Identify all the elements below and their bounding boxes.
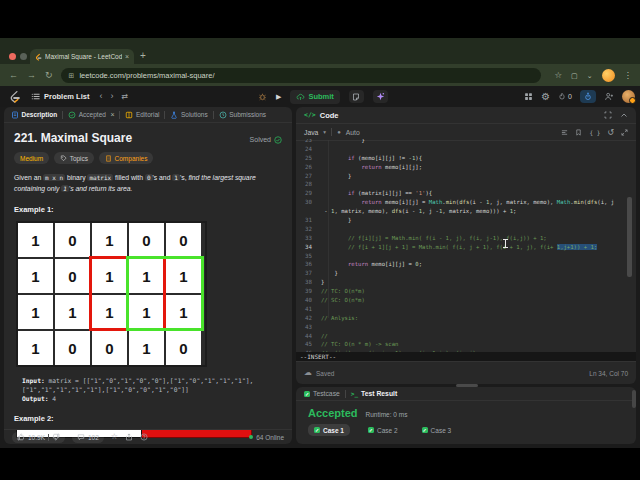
traffic-minimize-button[interactable]: [20, 53, 27, 60]
bookmark-icon[interactable]: [575, 129, 582, 136]
browser-profile-avatar[interactable]: [602, 69, 615, 82]
browser-menu-icon[interactable]: ⋮: [624, 71, 633, 80]
tab-accepted-close-icon[interactable]: ×: [110, 111, 114, 118]
language-select[interactable]: Java: [304, 129, 318, 136]
browser-tab[interactable]: Maximal Square - LeetCode ×: [30, 49, 134, 64]
case-3-check-icon: ✓: [422, 427, 428, 433]
tab-close-icon[interactable]: ×: [125, 53, 129, 60]
snippets-icon[interactable]: { }: [589, 129, 600, 136]
address-bar[interactable]: ⊞ leetcode.com/problems/maximal-square/: [61, 68, 541, 83]
code-line[interactable]: 38}: [296, 278, 624, 287]
new-tab-button[interactable]: +: [140, 51, 146, 61]
random-problem-icon[interactable]: ⇄: [121, 93, 128, 101]
code-line[interactable]: 25 if (memo[i][j] != -1){: [296, 154, 624, 163]
code-line[interactable]: 40// SC: O(n*m): [296, 296, 624, 305]
thumbs-down-icon[interactable]: [52, 433, 60, 441]
comments-button[interactable]: 102: [72, 432, 104, 443]
tab-description[interactable]: Description: [11, 111, 57, 119]
thumbs-up-icon[interactable]: [17, 433, 25, 441]
back-icon[interactable]: ←: [9, 71, 18, 80]
prev-problem-icon[interactable]: ‹: [99, 92, 102, 101]
code-line[interactable]: 36 return memo[i][j] = 0;: [296, 260, 624, 269]
like-count: 10.9K: [28, 434, 45, 441]
line-number: 29: [296, 189, 312, 198]
code-line[interactable]: 27 }: [296, 172, 624, 181]
inline-code: m x n: [43, 174, 65, 181]
invite-user-icon[interactable]: [604, 92, 614, 101]
run-icon[interactable]: ▶: [276, 93, 281, 100]
debug-icon[interactable]: [258, 92, 267, 101]
case-3-button[interactable]: ✓ Case 3: [416, 424, 458, 436]
cursor-position[interactable]: Ln 34, Col 70: [589, 370, 628, 377]
ai-assistant-button[interactable]: [373, 90, 388, 103]
code-line[interactable]: 39// TC: O(n*m): [296, 287, 624, 296]
code-line[interactable]: 30 return memo[i][j] = Math.min(dfs(i - …: [296, 198, 624, 207]
collapse-panel-icon[interactable]: [620, 112, 628, 118]
code-line[interactable]: 34 // f[i + 1][j + 1] = Math.min( f(i, j…: [296, 243, 624, 252]
traffic-close-button[interactable]: [9, 53, 16, 60]
tab-submissions[interactable]: Submissions: [219, 111, 266, 119]
code-line[interactable]: 32: [296, 225, 624, 234]
companies-badge[interactable]: Companies: [99, 152, 153, 164]
tab-groups-icon[interactable]: ▢: [571, 72, 578, 79]
code-line[interactable]: 45// TC: O(n * m) -> scan: [296, 340, 624, 349]
next-problem-icon[interactable]: ›: [110, 92, 113, 101]
site-info-icon[interactable]: ⊞: [69, 72, 75, 79]
code-line[interactable]: 24: [296, 145, 624, 154]
code-line[interactable]: 26 return memo[i][j];: [296, 163, 624, 172]
favorite-star-icon[interactable]: ☆: [111, 433, 118, 441]
reload-icon[interactable]: ↻: [45, 71, 53, 80]
case-1-label: Case 1: [323, 427, 344, 434]
help-icon[interactable]: [140, 433, 148, 441]
difficulty-badge[interactable]: Medium: [14, 152, 49, 164]
reset-code-icon[interactable]: ↺: [607, 128, 614, 137]
code-line[interactable]: 42// Anlysis:: [296, 314, 624, 323]
matrix-cell: 1: [18, 223, 53, 257]
code-line[interactable]: 44//: [296, 332, 624, 341]
downloads-icon[interactable]: ⌄: [587, 72, 593, 79]
auto-label[interactable]: Auto: [346, 129, 360, 136]
bookmark-star-icon[interactable]: ☆: [554, 71, 562, 80]
fullscreen-icon[interactable]: [604, 111, 612, 119]
input-label: Input:: [22, 377, 45, 384]
case-2-button[interactable]: ✓ Case 2: [362, 424, 404, 436]
code-line[interactable]: 31 }: [296, 216, 624, 225]
code-line[interactable]: 41: [296, 305, 624, 314]
timer-button[interactable]: [580, 90, 596, 103]
leetcode-logo[interactable]: [9, 90, 21, 103]
case-1-button[interactable]: ✓ Case 1: [308, 424, 350, 436]
case-tabs: ✓ Case 1 ✓ Case 2 ✓ Case 3: [308, 424, 636, 436]
code-line[interactable]: 37 }: [296, 269, 624, 278]
format-code-icon[interactable]: [561, 129, 568, 136]
tab-editorial[interactable]: Editorial: [125, 111, 159, 119]
apps-grid-icon[interactable]: [524, 92, 533, 101]
code-line[interactable]: 33 // f[i][j] = Math.min( f(i - 1, j), f…: [296, 234, 624, 243]
problem-content[interactable]: 221. Maximal Square Solved Medium Topics…: [4, 123, 292, 438]
editor-scrollbar-thumb[interactable]: [627, 197, 632, 277]
streak-counter[interactable]: 0: [558, 92, 572, 101]
settings-gear-icon[interactable]: ⚙: [541, 92, 550, 102]
like-dislike-group[interactable]: 10.9K: [12, 432, 65, 443]
tab-testcase[interactable]: ✓ Testcase: [304, 390, 340, 397]
tab-accepted[interactable]: Accepted ×: [68, 111, 114, 119]
code-editor[interactable]: 23 }2425 if (memo[i][j] != -1){26 return…: [296, 139, 624, 352]
submit-button[interactable]: Submit: [290, 90, 339, 104]
tab-test-result[interactable]: >_ Test Result: [351, 390, 397, 397]
code-line[interactable]: 28: [296, 180, 624, 189]
maximize-editor-icon[interactable]: [621, 129, 628, 136]
code-line[interactable]: 43: [296, 323, 624, 332]
forward-icon[interactable]: →: [27, 71, 36, 80]
topics-badge[interactable]: Topics: [54, 152, 94, 164]
code-line[interactable]: 29 if (matrix[i][j] == '1'){: [296, 189, 624, 198]
matrix-cell: 0: [55, 259, 90, 293]
problem-list-label[interactable]: Problem List: [44, 92, 89, 101]
tab-solutions[interactable]: Solutions: [170, 111, 207, 119]
line-number: 45: [296, 340, 312, 349]
notes-button[interactable]: [349, 90, 364, 103]
test-panel-scrollbar-thumb[interactable]: [632, 390, 636, 408]
code-line[interactable]: - 1, matrix, memo), dfs(i - 1, j -1, mat…: [296, 207, 624, 216]
user-avatar[interactable]: [622, 90, 635, 103]
code-line[interactable]: 35: [296, 252, 624, 261]
share-icon[interactable]: [125, 433, 133, 441]
problem-list-icon[interactable]: [31, 92, 40, 101]
